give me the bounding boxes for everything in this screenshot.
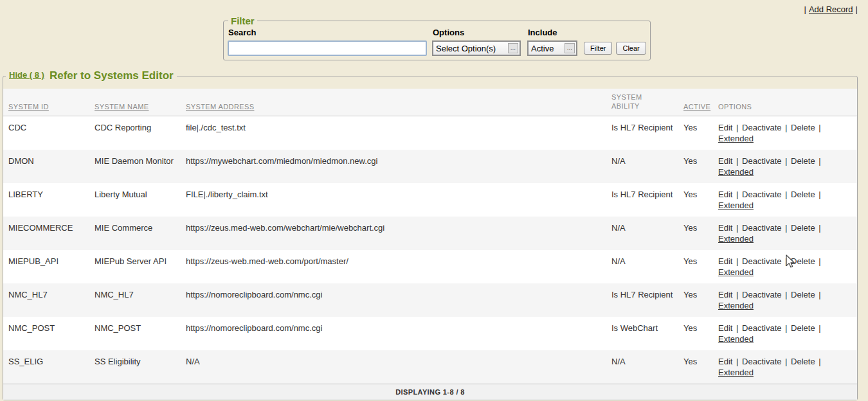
cell-active: Yes	[678, 150, 713, 183]
sort-system-id-link[interactable]: SYSTEM ID	[8, 103, 49, 111]
delete-link[interactable]: Delete	[791, 323, 815, 333]
systems-editor-panel: Hide ( 8 )Refer to Systems Editor SYSTEM…	[3, 69, 858, 400]
deactivate-link[interactable]: Deactivate	[742, 290, 781, 299]
extended-link[interactable]: Extended	[718, 368, 754, 377]
include-select[interactable]: Active ...	[527, 40, 577, 56]
delete-link[interactable]: Delete	[791, 290, 815, 299]
edit-link[interactable]: Edit	[718, 156, 732, 166]
edit-link[interactable]: Edit	[718, 357, 732, 366]
cell-system-address: https://mywebchart.com/miedmon/miedmon.n…	[181, 150, 606, 183]
edit-link[interactable]: Edit	[718, 190, 732, 199]
pipe-separator: |	[736, 256, 738, 266]
edit-link[interactable]: Edit	[718, 123, 732, 132]
include-label: Include	[527, 27, 577, 40]
filter-search-column: Search	[228, 27, 427, 56]
col-header-active: ACTIVE	[678, 89, 713, 116]
deactivate-link[interactable]: Deactivate	[742, 323, 781, 333]
deactivate-link[interactable]: Deactivate	[742, 357, 781, 366]
deactivate-link[interactable]: Deactivate	[742, 123, 781, 132]
cell-options: Edit | Deactivate | Delete |Extended	[713, 183, 857, 217]
deactivate-link[interactable]: Deactivate	[742, 223, 781, 233]
table-row: NMC_POST NMC_POST https://nomoreclipboar…	[3, 317, 857, 350]
options-select[interactable]: Select Option(s) ...	[432, 40, 521, 56]
edit-link[interactable]: Edit	[718, 256, 732, 266]
filter-legend: Filter	[228, 15, 257, 26]
cell-system-address: https://zeus-web.med-web.com/port/master…	[181, 250, 606, 283]
cell-options: Edit | Deactivate | Delete |Extended	[713, 116, 857, 150]
pipe-separator: |	[785, 357, 787, 366]
sort-system-name-link[interactable]: SYSTEM NAME	[95, 103, 149, 111]
cell-system-id: NMC_POST	[3, 317, 89, 350]
filter-panel: Filter Search Options Select Option(s) .…	[223, 15, 651, 60]
edit-link[interactable]: Edit	[718, 290, 732, 299]
cell-system-address: N/A	[181, 350, 606, 384]
filter-button[interactable]: Filter	[584, 42, 612, 55]
pipe-separator: |	[736, 223, 738, 233]
include-more-button[interactable]: ...	[565, 43, 575, 53]
cell-active: Yes	[678, 350, 713, 384]
cell-active: Yes	[678, 317, 713, 350]
extended-link[interactable]: Extended	[718, 301, 754, 310]
cell-system-id: NMC_HL7	[3, 283, 89, 317]
delete-link[interactable]: Delete	[791, 256, 815, 266]
cell-system-ability: Is HL7 Recipient	[606, 183, 678, 217]
cell-system-ability: N/A	[606, 150, 678, 183]
delete-link[interactable]: Delete	[791, 123, 815, 132]
extended-link[interactable]: Extended	[718, 201, 754, 210]
deactivate-link[interactable]: Deactivate	[742, 190, 781, 199]
delete-link[interactable]: Delete	[791, 190, 815, 199]
extended-link[interactable]: Extended	[718, 167, 754, 177]
deactivate-link[interactable]: Deactivate	[742, 256, 781, 266]
filter-grid: Search Options Select Option(s) ... Incl…	[228, 27, 646, 56]
cell-system-name: MIE Commerce	[89, 217, 181, 250]
hide-link[interactable]: Hide ( 8 )	[9, 70, 44, 80]
pipe-separator: |	[818, 357, 820, 366]
cell-system-name: SS Eligibility	[89, 350, 181, 384]
pipe-separator: |	[804, 4, 806, 14]
extended-link[interactable]: Extended	[718, 267, 754, 277]
cell-system-name: NMC_HL7	[89, 283, 181, 317]
cell-options: Edit | Deactivate | Delete |Extended	[713, 283, 857, 317]
delete-link[interactable]: Delete	[791, 223, 815, 233]
cell-system-address: https://nomoreclipboard.com/nmc.cgi	[181, 317, 606, 350]
clear-button[interactable]: Clear	[616, 42, 646, 55]
cell-system-id: LIBERTY	[3, 183, 89, 217]
options-label: Options	[432, 27, 521, 40]
cell-active: Yes	[678, 183, 713, 217]
extended-link[interactable]: Extended	[718, 334, 754, 344]
pipe-separator: |	[785, 190, 787, 199]
pipe-separator: |	[736, 156, 738, 166]
deactivate-link[interactable]: Deactivate	[742, 156, 781, 166]
cell-system-ability: N/A	[606, 250, 678, 283]
sort-active-link[interactable]: ACTIVE	[683, 103, 710, 111]
cell-system-ability: Is HL7 Recipient	[606, 116, 678, 150]
extended-link[interactable]: Extended	[718, 134, 754, 143]
delete-link[interactable]: Delete	[791, 156, 815, 166]
sort-system-address-link[interactable]: SYSTEM ADDRESS	[186, 103, 254, 111]
edit-link[interactable]: Edit	[718, 223, 732, 233]
search-input[interactable]	[228, 40, 427, 56]
filter-options-column: Options Select Option(s) ...	[432, 27, 521, 56]
col-header-system-address: SYSTEM ADDRESS	[181, 89, 606, 116]
pipe-separator: |	[736, 323, 738, 333]
pipe-separator: |	[818, 223, 820, 233]
pipe-separator: |	[785, 123, 787, 132]
pipe-separator: |	[736, 357, 738, 366]
cell-system-name: MIE Daemon Monitor	[89, 150, 181, 183]
filter-buttons: Filter Clear	[584, 27, 646, 56]
extended-link[interactable]: Extended	[718, 234, 754, 244]
cell-system-name: MIEPub Server API	[89, 250, 181, 283]
pipe-separator: |	[818, 256, 820, 266]
pipe-separator: |	[785, 156, 787, 166]
add-record-link[interactable]: Add Record	[809, 4, 853, 14]
pipe-separator: |	[785, 290, 787, 299]
options-more-button[interactable]: ...	[508, 43, 518, 53]
table-row: CDC CDC Reporting file|./cdc_test.txt Is…	[3, 116, 857, 150]
filter-include-column: Include Active ...	[527, 27, 577, 56]
cell-system-id: CDC	[3, 116, 89, 150]
edit-link[interactable]: Edit	[718, 323, 732, 333]
delete-link[interactable]: Delete	[791, 357, 815, 366]
table-row: MIEPUB_API MIEPub Server API https://zeu…	[3, 250, 857, 283]
cell-system-ability: Is HL7 Recipient	[606, 283, 678, 317]
cell-options: Edit | Deactivate | Delete |Extended	[713, 250, 857, 283]
